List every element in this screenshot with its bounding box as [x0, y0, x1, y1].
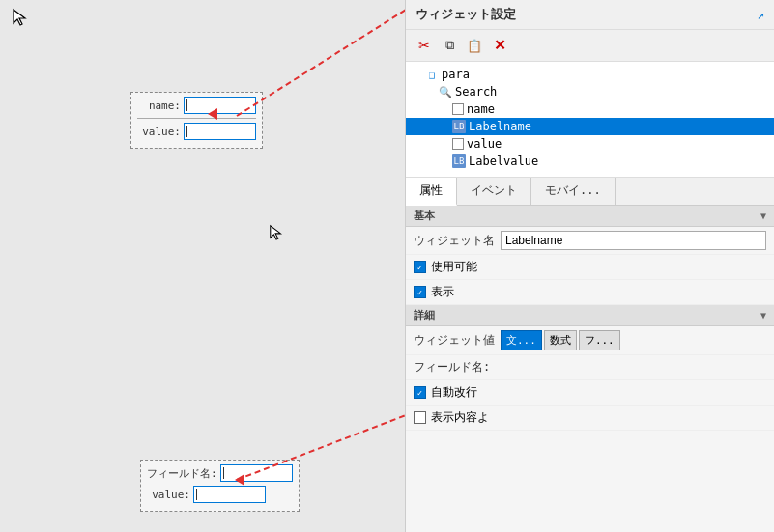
props-section: 基本 ▼ ウィジェット名 ✓ 使用可能 ✓ 表示 詳細 ▼ ウィジェット値 文.… [406, 206, 774, 431]
labelname-icon: LB [452, 120, 466, 133]
value-check-icon [452, 138, 464, 150]
form-label-value: value: [137, 126, 181, 138]
expand-icon[interactable]: ↗ [757, 8, 764, 22]
value-tabs: 文... 数式 フ... [501, 330, 620, 350]
cursor-fieldname [223, 467, 224, 479]
form-widget-bottom: フィールド名: value: [140, 460, 300, 512]
checkbox-enabled-label: 使用可能 [431, 259, 477, 275]
value-tab-field[interactable]: フ... [579, 330, 620, 350]
search-icon: 🔍 [439, 85, 452, 98]
right-panel: ウィジェット設定 ↗ ✂ ⧉ 📋 ✕ ❑ para 🔍 Search [405, 0, 774, 532]
form-label-name: name: [137, 99, 181, 112]
tree-item-search[interactable]: 🔍 Search [406, 83, 774, 100]
paste-button[interactable]: 📋 [464, 35, 485, 56]
svg-marker-1 [271, 226, 281, 239]
tab-events[interactable]: イベント [457, 178, 531, 205]
tree-item-labelvalue-label: Labelvalue [469, 154, 538, 168]
prop-field-name-label: フィールド名: [414, 359, 491, 376]
checkbox-content-wrap[interactable]: 表示内容よ [406, 406, 774, 431]
value-tab-text[interactable]: 文... [501, 330, 542, 350]
tab-bar: 属性 イベント モバイ... [406, 178, 774, 206]
prop-widget-name-input[interactable] [501, 231, 766, 250]
tree-item-para[interactable]: ❑ para [406, 66, 774, 83]
tab-mobile[interactable]: モバイ... [531, 178, 616, 205]
tree-item-search-label: Search [455, 85, 497, 98]
checkbox-enabled-icon: ✓ [414, 261, 426, 273]
section-detail-header[interactable]: 詳細 ▼ [406, 305, 774, 326]
cursor-name [186, 99, 187, 111]
prop-widget-value-label: ウィジェット値 [414, 332, 495, 349]
prop-widget-name-label: ウィジェット名 [414, 233, 495, 249]
scissors-button[interactable]: ✂ [414, 35, 435, 56]
section-basic-arrow: ▼ [760, 210, 766, 221]
tree-item-value[interactable]: value [406, 135, 774, 153]
tab-attributes[interactable]: 属性 [406, 178, 457, 206]
prop-field-name: フィールド名: [406, 355, 774, 380]
tree-item-labelvalue[interactable]: LB Labelvalue [406, 153, 774, 170]
form-label-fieldname: フィールド名: [147, 466, 217, 481]
tree-item-labelname-label: Labelname [469, 120, 531, 133]
section-basic-header[interactable]: 基本 ▼ [406, 206, 774, 227]
tree-item-value-label: value [467, 137, 502, 151]
copy-button[interactable]: ⧉ [439, 35, 460, 56]
section-detail-label: 詳細 [414, 308, 435, 322]
checkbox-visible-icon: ✓ [414, 286, 426, 298]
checkbox-visible[interactable]: ✓ 表示 [406, 280, 774, 305]
paste-icon: 📋 [467, 39, 482, 53]
name-check-icon [452, 103, 464, 115]
form-row-value2: value: [147, 486, 293, 503]
para-icon: ❑ [425, 68, 439, 81]
form-input-value2[interactable] [193, 486, 266, 503]
tree-item-labelname[interactable]: LB Labelname [406, 118, 774, 135]
panel-title: ウィジェット設定 [416, 6, 516, 23]
delete-icon: ✕ [494, 37, 506, 54]
form-widget-top: name: value: [130, 92, 263, 149]
checkbox-content-wrap-label: 表示内容よ [431, 409, 489, 426]
form-input-fieldname[interactable] [220, 464, 293, 482]
cursor-value [186, 126, 187, 137]
tree-item-para-label: para [442, 68, 470, 81]
tree-item-name[interactable]: name [406, 100, 774, 118]
section-basic-label: 基本 [414, 209, 435, 223]
scissors-icon: ✂ [418, 38, 430, 53]
section-detail-arrow: ▼ [760, 310, 766, 321]
checkbox-auto-newline[interactable]: ✓ 自動改行 [406, 380, 774, 406]
canvas-area: name: value: フィールド名: value: [0, 0, 406, 532]
cursor-value2 [196, 489, 197, 500]
form-row-fieldname: フィールド名: [147, 464, 293, 482]
tree-panel: ❑ para 🔍 Search name LB Labelname value … [406, 62, 774, 178]
copy-icon: ⧉ [445, 38, 454, 53]
form-label-value2: value: [147, 489, 190, 501]
checkbox-auto-newline-icon: ✓ [414, 386, 426, 399]
prop-widget-value: ウィジェット値 文... 数式 フ... [406, 326, 774, 355]
form-row-value: value: [137, 123, 256, 140]
panel-header: ウィジェット設定 ↗ [406, 0, 774, 30]
cursor-icon-mid [269, 224, 286, 241]
form-row-name: name: [137, 97, 256, 114]
delete-button[interactable]: ✕ [489, 35, 510, 56]
labelvalue-icon: LB [452, 154, 466, 168]
svg-marker-0 [14, 10, 25, 25]
form-input-value[interactable] [184, 123, 256, 140]
tree-item-name-label: name [467, 102, 495, 116]
checkbox-enabled[interactable]: ✓ 使用可能 [406, 255, 774, 280]
cursor-icon-topleft [12, 8, 31, 27]
checkbox-visible-label: 表示 [431, 284, 454, 300]
checkbox-auto-newline-label: 自動改行 [431, 384, 477, 401]
form-input-name[interactable] [184, 97, 256, 114]
prop-widget-name: ウィジェット名 [406, 227, 774, 255]
arrow-lines [0, 0, 406, 532]
value-tab-formula[interactable]: 数式 [544, 330, 577, 350]
panel-toolbar: ✂ ⧉ 📋 ✕ [406, 30, 774, 62]
checkbox-content-wrap-icon [414, 411, 426, 424]
